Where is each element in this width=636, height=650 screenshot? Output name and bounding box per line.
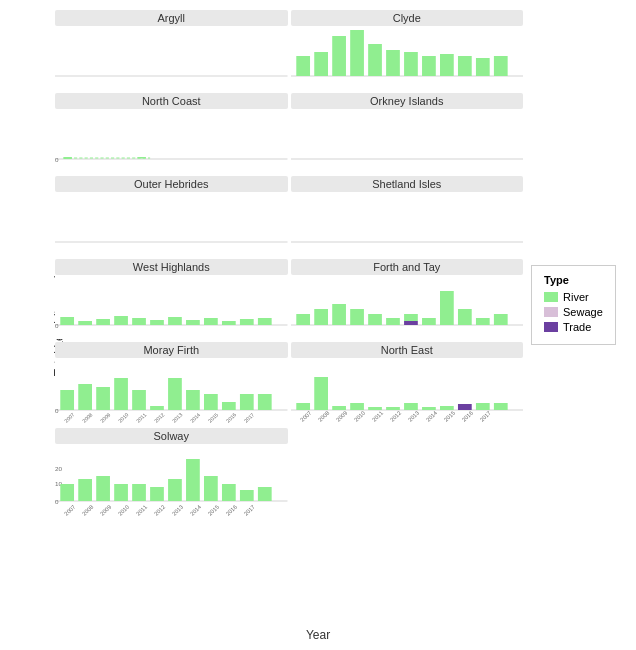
svg-rect-84 <box>368 44 382 76</box>
svg-text:2017: 2017 <box>243 412 256 424</box>
svg-rect-14 <box>96 319 110 325</box>
svg-rect-115 <box>350 403 364 410</box>
chart-shetland-isles <box>291 194 524 254</box>
svg-rect-89 <box>457 56 471 76</box>
svg-text:0: 0 <box>55 156 59 163</box>
panel-solway: Solway 0 10 20 <box>55 428 288 521</box>
legend-area: Type River Sewage Trade <box>526 10 616 600</box>
svg-text:2012: 2012 <box>153 504 166 517</box>
panel-orkney-islands: Orkney Islands <box>291 93 524 173</box>
left-column: Argyll 0 10 20 North Coast 0 <box>55 10 288 600</box>
legend-item-river: River <box>544 291 603 303</box>
panel-label-solway: Solway <box>55 428 288 444</box>
svg-rect-118 <box>404 403 418 410</box>
svg-text:2010: 2010 <box>352 410 365 423</box>
panel-label-west-highlands: West Highlands <box>55 259 288 275</box>
svg-text:2016: 2016 <box>225 412 238 424</box>
svg-text:2015: 2015 <box>442 410 455 423</box>
svg-rect-80 <box>296 56 310 76</box>
chart-argyll: 0 10 20 <box>55 28 288 88</box>
svg-rect-19 <box>186 320 200 325</box>
svg-rect-55 <box>96 476 110 501</box>
right-column: Clyde 0 10 20 <box>291 10 524 600</box>
chart-forth-and-tay: 0 10 <box>291 277 524 337</box>
svg-rect-86 <box>404 52 418 76</box>
legend-label-sewage: Sewage <box>563 306 603 318</box>
panel-label-north-east: North East <box>291 342 524 358</box>
chart-solway: 0 10 20 <box>55 446 288 521</box>
svg-text:2007: 2007 <box>298 410 311 423</box>
legend-title: Type <box>544 274 603 286</box>
svg-rect-122 <box>475 403 489 410</box>
svg-rect-31 <box>150 406 164 410</box>
svg-rect-22 <box>240 319 254 325</box>
svg-rect-54 <box>78 479 92 501</box>
chart-orkney-islands <box>291 111 524 171</box>
panel-clyde: Clyde 0 10 20 <box>291 10 524 90</box>
panel-outer-hebrides: Outer Hebrides <box>55 176 288 256</box>
svg-rect-56 <box>114 484 128 501</box>
svg-text:2016: 2016 <box>225 504 238 517</box>
svg-rect-119 <box>422 407 436 410</box>
svg-rect-29 <box>114 378 128 410</box>
chart-north-coast: 0 <box>55 111 288 171</box>
svg-rect-98 <box>314 309 328 325</box>
svg-rect-62 <box>222 484 236 501</box>
svg-text:2014: 2014 <box>189 504 202 517</box>
panel-moray-firth: Moray Firth 0 <box>55 342 288 425</box>
legend-color-river <box>544 292 558 302</box>
svg-rect-35 <box>222 402 236 410</box>
svg-rect-81 <box>314 52 328 76</box>
panel-label-shetland-isles: Shetland Isles <box>291 176 524 192</box>
svg-rect-12 <box>60 317 74 325</box>
svg-rect-108 <box>475 318 489 325</box>
svg-rect-114 <box>332 406 346 410</box>
legend-label-river: River <box>563 291 589 303</box>
svg-rect-112 <box>296 403 310 410</box>
svg-rect-120 <box>440 406 454 410</box>
svg-rect-30 <box>132 390 146 410</box>
svg-text:2012: 2012 <box>153 412 166 424</box>
svg-rect-18 <box>168 317 182 325</box>
svg-rect-99 <box>332 304 346 325</box>
svg-rect-34 <box>204 394 218 410</box>
svg-rect-32 <box>168 378 182 410</box>
svg-rect-90 <box>475 58 489 76</box>
svg-text:2014: 2014 <box>189 412 202 424</box>
svg-text:2009: 2009 <box>334 410 347 423</box>
svg-rect-28 <box>96 387 110 410</box>
svg-rect-116 <box>368 407 382 410</box>
svg-rect-103 <box>404 321 418 325</box>
panel-label-forth-and-tay: Forth and Tay <box>291 259 524 275</box>
panel-label-argyll: Argyll <box>55 10 288 26</box>
legend-color-trade <box>544 322 558 332</box>
svg-text:2010: 2010 <box>117 412 130 424</box>
svg-rect-64 <box>258 487 272 501</box>
svg-rect-105 <box>422 318 436 325</box>
panel-shetland-isles: Shetland Isles <box>291 176 524 256</box>
svg-rect-60 <box>186 459 200 501</box>
svg-rect-107 <box>457 309 471 325</box>
svg-rect-97 <box>296 314 310 325</box>
panel-label-north-coast: North Coast <box>55 93 288 109</box>
svg-text:2014: 2014 <box>424 410 437 423</box>
chart-north-east: 0 2007 2008 <box>291 360 524 425</box>
svg-rect-109 <box>493 314 507 325</box>
legend-item-trade: Trade <box>544 321 603 333</box>
main-layout: Argyll 0 10 20 North Coast 0 <box>55 10 616 600</box>
panel-label-moray-firth: Moray Firth <box>55 342 288 358</box>
panel-forth-and-tay: Forth and Tay 0 10 <box>291 259 524 339</box>
svg-rect-21 <box>222 321 236 325</box>
svg-rect-37 <box>258 394 272 410</box>
svg-rect-91 <box>493 56 507 76</box>
svg-rect-123 <box>493 403 507 410</box>
svg-rect-59 <box>168 479 182 501</box>
svg-text:2008: 2008 <box>316 410 329 423</box>
svg-text:2008: 2008 <box>81 412 94 424</box>
legend-item-sewage: Sewage <box>544 306 603 318</box>
svg-text:2013: 2013 <box>171 412 184 424</box>
svg-text:2015: 2015 <box>207 504 220 517</box>
panel-argyll: Argyll 0 10 20 <box>55 10 288 90</box>
legend-label-trade: Trade <box>563 321 591 333</box>
svg-rect-88 <box>440 54 454 76</box>
